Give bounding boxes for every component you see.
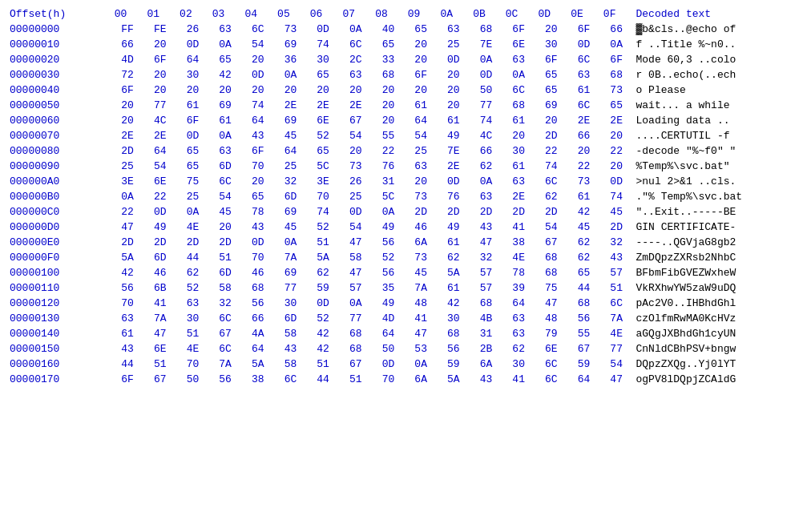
hex-cell: 22 — [372, 143, 405, 159]
table-row: 00000000FFFE26636C730D0A406563686F206F66… — [6, 22, 797, 37]
hex-cell: 6A — [470, 357, 502, 372]
hex-cell: 20 — [274, 83, 307, 98]
hex-cell: 54 — [339, 128, 372, 143]
hex-cell: 64 — [143, 143, 176, 159]
hex-cell: 63 — [502, 326, 535, 341]
hex-cell: 7A — [143, 311, 176, 326]
hex-cell: 70 — [241, 250, 274, 265]
hex-cell: 56 — [111, 280, 144, 296]
hex-cell: 50 — [372, 341, 405, 357]
hex-cell: 77 — [339, 311, 372, 326]
hex-cell: 66 — [111, 37, 144, 52]
hex-cell: 51 — [307, 235, 340, 250]
decoded-cell: Loading data .. — [633, 113, 797, 128]
hex-cell: 38 — [241, 372, 274, 387]
hex-col-header-00: 00 — [111, 6, 144, 22]
hex-cell: 61 — [437, 113, 470, 128]
hex-cell: 56 — [241, 296, 274, 311]
hex-cell: 68 — [535, 265, 567, 280]
table-row: 0000001066200D0A5469746C6520257E6E300D0A… — [6, 37, 797, 52]
hex-cell: 2D — [470, 204, 502, 220]
decoded-cell: "..Exit..-----BE — [633, 204, 797, 220]
hex-cell: 6C — [535, 174, 567, 189]
offset-cell: 00000170 — [6, 372, 111, 387]
hex-cell: 65 — [176, 143, 209, 159]
hex-cell: 43 — [111, 341, 144, 357]
hex-cell: 30 — [307, 52, 340, 67]
hex-cell: 68 — [339, 341, 372, 357]
hex-cell: 6C — [535, 372, 567, 387]
hex-col-header-04: 04 — [241, 6, 274, 22]
hex-cell: 2D — [437, 204, 470, 220]
hex-cell: 47 — [111, 220, 144, 235]
hex-cell: 69 — [209, 98, 242, 113]
hex-cell: 45 — [209, 204, 242, 220]
hex-cell: 6E — [143, 341, 176, 357]
hex-cell: 45 — [567, 220, 600, 235]
hex-cell: 74 — [535, 159, 567, 174]
hex-cell: 52 — [176, 280, 209, 296]
hex-cell: 57 — [470, 265, 502, 280]
hex-cell: 32 — [470, 250, 502, 265]
hex-cell: 66 — [241, 311, 274, 326]
hex-cell: 51 — [143, 357, 176, 372]
hex-cell: 44 — [176, 250, 209, 265]
hex-cell: 3E — [111, 174, 144, 189]
hex-cell: 30 — [502, 143, 535, 159]
table-row: 00000030722030420D0A6563686F200D0A656368… — [6, 67, 797, 83]
hex-cell: 46 — [405, 220, 438, 235]
hex-cell: 6C — [567, 52, 600, 67]
hex-cell: 6A — [405, 372, 438, 387]
hex-cell: 75 — [176, 174, 209, 189]
hex-cell: 5C — [372, 189, 405, 204]
hex-cell: 25 — [437, 37, 470, 52]
hex-cell: 50 — [470, 83, 502, 98]
hex-cell: 72 — [111, 67, 144, 83]
table-row: 000000802D6465636F64652022257E6630222022… — [6, 143, 797, 159]
hex-cell: 44 — [307, 372, 340, 387]
hex-cell: 66 — [600, 22, 633, 37]
hex-cell: 70 — [241, 159, 274, 174]
hex-cell: 2D — [111, 235, 144, 250]
hex-cell: 42 — [307, 341, 340, 357]
hex-cell: 61 — [567, 83, 600, 98]
decoded-header: Decoded text — [633, 6, 797, 22]
hex-cell: 6F — [567, 22, 600, 37]
hex-cell: 6E — [307, 113, 340, 128]
offset-cell: 00000130 — [6, 311, 111, 326]
hex-cell: 26 — [176, 22, 209, 37]
hex-cell: 0A — [209, 128, 242, 143]
hex-cell: 0D — [470, 67, 502, 83]
hex-cell: 0D — [241, 67, 274, 83]
hex-cell: 42 — [567, 204, 600, 220]
hex-cell: 20 — [600, 159, 633, 174]
hex-cell: 67 — [567, 341, 600, 357]
hex-cell: 46 — [143, 265, 176, 280]
hex-cell: 5A — [437, 372, 470, 387]
hex-cell: 6C — [209, 341, 242, 357]
offset-header: Offset(h) — [6, 6, 111, 22]
offset-cell: 000000A0 — [6, 174, 111, 189]
offset-cell: 000000B0 — [6, 189, 111, 204]
hex-cell: 61 — [502, 159, 535, 174]
hex-cell: 53 — [405, 341, 438, 357]
hex-cell: 31 — [470, 326, 502, 341]
hex-cell: 77 — [274, 280, 307, 296]
hex-cell: 0D — [567, 37, 600, 52]
hex-cell: 32 — [274, 174, 307, 189]
hex-cell: 2D — [405, 204, 438, 220]
hex-cell: 41 — [143, 296, 176, 311]
hex-cell: 77 — [600, 341, 633, 357]
table-row: 000000702E2E0D0A434552545554494C202D6620… — [6, 128, 797, 143]
hex-col-header-02: 02 — [176, 6, 209, 22]
hex-col-header-01: 01 — [143, 6, 176, 22]
decoded-cell: GIN CERTIFICATE- — [633, 220, 797, 235]
hex-cell: 61 — [437, 235, 470, 250]
hex-cell: 61 — [437, 280, 470, 296]
hex-cell: 0D — [339, 204, 372, 220]
decoded-cell: czOlfmRwMA0KcHVz — [633, 311, 797, 326]
hex-cell: 42 — [307, 326, 340, 341]
table-row: 000000F05A6D4451707A5A58527362324E686243… — [6, 250, 797, 265]
hex-cell: 59 — [307, 280, 340, 296]
hex-cell: 22 — [567, 159, 600, 174]
